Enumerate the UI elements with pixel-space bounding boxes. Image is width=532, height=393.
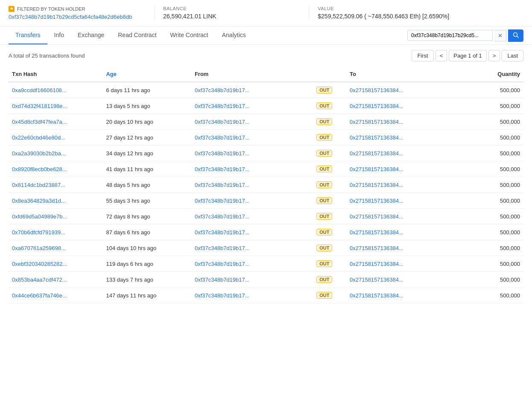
out-badge: OUT: [316, 87, 332, 93]
out-badge: OUT: [316, 134, 332, 141]
txn-hash-cell: 0xa2a39030b2b2ba...: [9, 146, 102, 161]
txn-hash-link[interactable]: 0xfd69d5a04989e7b...: [12, 213, 67, 220]
to-address-link[interactable]: 0x27158157136384...: [350, 198, 403, 204]
txn-hash-link[interactable]: 0x22e60cbd46e80d...: [12, 134, 65, 141]
from-address-link[interactable]: 0xf37c348b7d19b17...: [195, 134, 250, 141]
txn-hash-link[interactable]: 0x853ba4aa7cdf472...: [12, 277, 67, 283]
first-page-button[interactable]: First: [412, 50, 433, 61]
quantity-cell: 500,000: [468, 272, 523, 288]
from-cell: 0xf37c348b7d19b17...: [191, 224, 313, 240]
from-address-link[interactable]: 0xf37c348b7d19b17...: [195, 150, 250, 157]
txn-hash-link[interactable]: 0x70b6dfcfd791939...: [12, 229, 65, 236]
prev-page-button[interactable]: <: [436, 50, 447, 61]
quantity-cell: 500,000: [468, 98, 523, 114]
col-header-to: To: [346, 67, 468, 82]
to-address-link[interactable]: 0x27158157136384...: [350, 134, 403, 141]
to-cell: 0x27158157136384...: [346, 288, 468, 303]
from-address-link[interactable]: 0xf37c348b7d19b17...: [195, 103, 250, 109]
pagination: First < Page 1 of 1 > Last: [412, 50, 523, 61]
to-address-link[interactable]: 0x27158157136384...: [350, 229, 403, 236]
txn-hash-cell: 0xfd69d5a04989e7b...: [9, 209, 102, 224]
balance-section: BALANCE 26,590,421.01 LINK: [154, 6, 309, 20]
col-header-from: From: [191, 67, 313, 82]
from-address-link[interactable]: 0xf37c348b7d19b17...: [195, 182, 250, 188]
txn-hash-link[interactable]: 0x8ea364829a3d1d...: [12, 198, 66, 204]
to-address-link[interactable]: 0x27158157136384...: [350, 103, 403, 109]
to-address-link[interactable]: 0x27158157136384...: [350, 292, 403, 299]
table-row: 0x22e60cbd46e80d... 27 days 12 hrs ago 0…: [9, 130, 523, 146]
txn-hash-cell: 0x70b6dfcfd791939...: [9, 224, 102, 240]
tab-write-contract[interactable]: Write Contract: [164, 26, 215, 44]
txn-hash-cell: 0x45d8cf3df47fea7a...: [9, 114, 102, 130]
txn-hash-link[interactable]: 0xebf320340285282...: [12, 261, 67, 267]
from-address-link[interactable]: 0xf37c348b7d19b17...: [195, 229, 250, 236]
txn-hash-link[interactable]: 0x8114dc1bd23887...: [12, 182, 65, 188]
table-toolbar: A total of 25 transactions found First <…: [0, 45, 532, 67]
from-address-link[interactable]: 0xf37c348b7d19b17...: [195, 245, 250, 251]
col-header-age[interactable]: Age: [102, 67, 191, 82]
txn-hash-link[interactable]: 0x44ce6b637fa746e...: [12, 292, 67, 299]
from-address-link[interactable]: 0xf37c348b7d19b17...: [195, 277, 250, 283]
from-address-link[interactable]: 0xf37c348b7d19b17...: [195, 292, 250, 299]
from-address-link[interactable]: 0xf37c348b7d19b17...: [195, 213, 250, 220]
to-cell: 0x27158157136384...: [346, 114, 468, 130]
direction-cell: OUT: [313, 82, 346, 98]
to-cell: 0x27158157136384...: [346, 272, 468, 288]
search-icon: [513, 32, 519, 38]
table-row: 0x44ce6b637fa746e... 147 days 11 hrs ago…: [9, 288, 523, 303]
to-address-link[interactable]: 0x27158157136384...: [350, 119, 403, 125]
token-holder-address[interactable]: 0xf37c348b7d19b17b29cd5cfa64cfa48e2d6eb8…: [9, 14, 132, 20]
to-cell: 0x27158157136384...: [346, 82, 468, 98]
to-address-link[interactable]: 0x27158157136384...: [350, 277, 403, 283]
from-address-link[interactable]: 0xf37c348b7d19b17...: [195, 119, 250, 125]
out-badge: OUT: [316, 229, 332, 236]
quantity-cell: 500,000: [468, 161, 523, 177]
to-address-link[interactable]: 0x27158157136384...: [350, 261, 403, 267]
from-address-link[interactable]: 0xf37c348b7d19b17...: [195, 166, 250, 172]
tab-transfers[interactable]: Transfers: [9, 26, 47, 44]
direction-cell: OUT: [313, 130, 346, 146]
from-address-link[interactable]: 0xf37c348b7d19b17...: [195, 87, 250, 93]
to-address-link[interactable]: 0x27158157136384...: [350, 213, 403, 220]
age-cell: 104 days 10 hrs ago: [102, 240, 191, 256]
from-cell: 0xf37c348b7d19b17...: [191, 240, 313, 256]
txn-hash-link[interactable]: 0xa670761a259698...: [12, 245, 66, 251]
tab-exchange[interactable]: Exchange: [71, 26, 111, 44]
search-button[interactable]: [508, 29, 523, 42]
last-page-button[interactable]: Last: [502, 50, 523, 61]
tab-read-contract[interactable]: Read Contract: [111, 26, 163, 44]
to-address-link[interactable]: 0x27158157136384...: [350, 150, 403, 157]
from-cell: 0xf37c348b7d19b17...: [191, 146, 313, 161]
out-badge: OUT: [316, 292, 332, 299]
from-address-link[interactable]: 0xf37c348b7d19b17...: [195, 198, 250, 204]
to-cell: 0x27158157136384...: [346, 130, 468, 146]
svg-line-1: [517, 36, 519, 38]
to-address-link[interactable]: 0x27158157136384...: [350, 166, 403, 172]
txn-hash-link[interactable]: 0x45d8cf3df47fea7a...: [12, 119, 67, 125]
search-input[interactable]: [407, 30, 493, 41]
from-cell: 0xf37c348b7d19b17...: [191, 288, 313, 303]
txn-hash-link[interactable]: 0xa2a39030b2b2ba...: [12, 150, 66, 157]
tab-analytics[interactable]: Analytics: [215, 26, 253, 44]
direction-cell: OUT: [313, 98, 346, 114]
quantity-cell: 500,000: [468, 82, 523, 98]
col-header-quantity: Quantity: [468, 67, 523, 82]
out-badge: OUT: [316, 150, 332, 157]
from-address-link[interactable]: 0xf37c348b7d19b17...: [195, 261, 250, 267]
txn-hash-link[interactable]: 0x8920f8ecb0be628...: [12, 166, 67, 172]
next-page-button[interactable]: >: [488, 50, 500, 61]
clear-search-button[interactable]: ✕: [494, 30, 506, 41]
to-address-link[interactable]: 0x27158157136384...: [350, 245, 403, 251]
txn-hash-link[interactable]: 0xd74d32f4181198e...: [12, 103, 67, 109]
from-cell: 0xf37c348b7d19b17...: [191, 272, 313, 288]
tab-info[interactable]: Info: [47, 26, 71, 44]
quantity-cell: 500,000: [468, 288, 523, 303]
txn-hash-cell: 0xebf320340285282...: [9, 256, 102, 272]
to-address-link[interactable]: 0x27158157136384...: [350, 182, 403, 188]
txn-hash-link[interactable]: 0xa9ccddf16606108...: [12, 87, 67, 93]
out-badge: OUT: [316, 166, 332, 172]
out-badge: OUT: [316, 197, 332, 204]
to-address-link[interactable]: 0x27158157136384...: [350, 87, 403, 93]
search-area: ✕: [407, 29, 523, 42]
to-cell: 0x27158157136384...: [346, 240, 468, 256]
